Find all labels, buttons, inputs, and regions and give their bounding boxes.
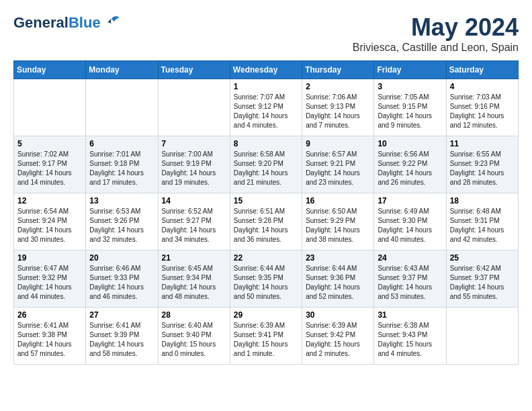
day-info: Sunrise: 6:46 AM Sunset: 9:33 PM Dayligh… [89, 264, 154, 302]
calendar-cell: 8Sunrise: 6:58 AM Sunset: 9:20 PM Daylig… [230, 136, 302, 193]
calendar-week-1: 1Sunrise: 7:07 AM Sunset: 9:12 PM Daylig… [14, 79, 519, 136]
calendar-cell: 29Sunrise: 6:39 AM Sunset: 9:41 PM Dayli… [230, 308, 302, 365]
calendar-cell: 19Sunrise: 6:47 AM Sunset: 9:32 PM Dayli… [14, 250, 86, 308]
day-info: Sunrise: 6:49 AM Sunset: 9:30 PM Dayligh… [378, 207, 442, 244]
day-info: Sunrise: 7:00 AM Sunset: 9:19 PM Dayligh… [162, 150, 226, 187]
day-info: Sunrise: 7:06 AM Sunset: 9:13 PM Dayligh… [306, 93, 370, 130]
day-number: 27 [89, 310, 154, 320]
calendar-cell: 1Sunrise: 7:07 AM Sunset: 9:12 PM Daylig… [230, 79, 302, 136]
subtitle: Briviesca, Castille and Leon, Spain [353, 42, 519, 54]
calendar-week-5: 26Sunrise: 6:41 AM Sunset: 9:38 PM Dayli… [14, 308, 519, 365]
day-number: 28 [162, 310, 226, 320]
calendar-cell: 13Sunrise: 6:53 AM Sunset: 9:26 PM Dayli… [86, 193, 158, 250]
day-info: Sunrise: 6:44 AM Sunset: 9:36 PM Dayligh… [306, 264, 370, 302]
logo-general: General [13, 14, 69, 31]
day-header-saturday: Saturday [446, 61, 518, 79]
calendar-cell: 24Sunrise: 6:43 AM Sunset: 9:37 PM Dayli… [374, 250, 446, 308]
page-header: GeneralBlue May 2024 Briviesca, Castille… [13, 13, 519, 54]
day-info: Sunrise: 7:01 AM Sunset: 9:18 PM Dayligh… [89, 150, 154, 187]
day-number: 20 [89, 253, 154, 263]
day-info: Sunrise: 6:43 AM Sunset: 9:37 PM Dayligh… [378, 264, 442, 302]
day-info: Sunrise: 6:57 AM Sunset: 9:21 PM Dayligh… [306, 150, 370, 187]
day-info: Sunrise: 6:42 AM Sunset: 9:37 PM Dayligh… [450, 264, 515, 302]
calendar-cell: 15Sunrise: 6:51 AM Sunset: 9:28 PM Dayli… [230, 193, 302, 250]
day-info: Sunrise: 6:52 AM Sunset: 9:27 PM Dayligh… [162, 207, 226, 244]
day-number: 24 [378, 253, 442, 263]
day-info: Sunrise: 6:58 AM Sunset: 9:20 PM Dayligh… [234, 150, 298, 187]
calendar-cell: 31Sunrise: 6:38 AM Sunset: 9:43 PM Dayli… [374, 308, 446, 365]
day-number: 8 [234, 139, 298, 148]
main-title: May 2024 [353, 13, 519, 42]
calendar-cell: 27Sunrise: 6:41 AM Sunset: 9:39 PM Dayli… [86, 308, 158, 365]
day-info: Sunrise: 6:40 AM Sunset: 9:40 PM Dayligh… [162, 321, 226, 359]
title-block: May 2024 Briviesca, Castille and Leon, S… [353, 13, 519, 54]
calendar-cell: 10Sunrise: 6:56 AM Sunset: 9:22 PM Dayli… [374, 136, 446, 193]
calendar-cell: 9Sunrise: 6:57 AM Sunset: 9:21 PM Daylig… [302, 136, 374, 193]
day-info: Sunrise: 6:54 AM Sunset: 9:24 PM Dayligh… [17, 207, 82, 244]
day-number: 12 [17, 196, 82, 205]
day-number: 15 [234, 196, 298, 205]
calendar-cell [158, 79, 230, 136]
calendar-cell: 5Sunrise: 7:02 AM Sunset: 9:17 PM Daylig… [14, 136, 86, 193]
day-info: Sunrise: 6:38 AM Sunset: 9:43 PM Dayligh… [378, 321, 442, 359]
calendar-cell: 7Sunrise: 7:00 AM Sunset: 9:19 PM Daylig… [158, 136, 230, 193]
day-number: 3 [378, 82, 442, 91]
day-header-monday: Monday [86, 61, 158, 79]
day-number: 29 [234, 310, 298, 320]
day-info: Sunrise: 6:45 AM Sunset: 9:34 PM Dayligh… [162, 264, 226, 302]
calendar-week-2: 5Sunrise: 7:02 AM Sunset: 9:17 PM Daylig… [14, 136, 519, 193]
calendar-week-3: 12Sunrise: 6:54 AM Sunset: 9:24 PM Dayli… [14, 193, 519, 250]
calendar-cell: 14Sunrise: 6:52 AM Sunset: 9:27 PM Dayli… [158, 193, 230, 250]
day-header-tuesday: Tuesday [158, 61, 230, 79]
day-number: 19 [17, 253, 82, 263]
day-number: 21 [162, 253, 226, 263]
day-info: Sunrise: 6:47 AM Sunset: 9:32 PM Dayligh… [17, 264, 82, 302]
day-info: Sunrise: 6:44 AM Sunset: 9:35 PM Dayligh… [234, 264, 298, 302]
calendar-cell: 26Sunrise: 6:41 AM Sunset: 9:38 PM Dayli… [14, 308, 86, 365]
calendar-cell: 3Sunrise: 7:05 AM Sunset: 9:15 PM Daylig… [374, 79, 446, 136]
day-number: 14 [162, 196, 226, 205]
day-number: 2 [306, 82, 370, 91]
logo-blue: Blue [69, 14, 101, 31]
calendar-cell [446, 308, 518, 365]
calendar-cell: 23Sunrise: 6:44 AM Sunset: 9:36 PM Dayli… [302, 250, 374, 308]
calendar-cell: 30Sunrise: 6:39 AM Sunset: 9:42 PM Dayli… [302, 308, 374, 365]
day-info: Sunrise: 7:07 AM Sunset: 9:12 PM Dayligh… [234, 93, 298, 130]
day-number: 25 [450, 253, 515, 263]
calendar-cell [14, 79, 86, 136]
calendar-cell: 22Sunrise: 6:44 AM Sunset: 9:35 PM Dayli… [230, 250, 302, 308]
day-number: 7 [162, 139, 226, 148]
calendar-cell: 2Sunrise: 7:06 AM Sunset: 9:13 PM Daylig… [302, 79, 374, 136]
calendar-week-4: 19Sunrise: 6:47 AM Sunset: 9:32 PM Dayli… [14, 250, 519, 308]
day-number: 4 [450, 82, 515, 91]
day-info: Sunrise: 6:53 AM Sunset: 9:26 PM Dayligh… [89, 207, 154, 244]
calendar-cell: 18Sunrise: 6:48 AM Sunset: 9:31 PM Dayli… [446, 193, 518, 250]
day-number: 26 [17, 310, 82, 320]
calendar-cell: 6Sunrise: 7:01 AM Sunset: 9:18 PM Daylig… [86, 136, 158, 193]
day-number: 13 [89, 196, 154, 205]
calendar-cell [86, 79, 158, 136]
calendar-cell: 16Sunrise: 6:50 AM Sunset: 9:29 PM Dayli… [302, 193, 374, 250]
calendar-cell: 4Sunrise: 7:03 AM Sunset: 9:16 PM Daylig… [446, 79, 518, 136]
day-info: Sunrise: 6:39 AM Sunset: 9:41 PM Dayligh… [234, 321, 298, 359]
calendar-cell: 25Sunrise: 6:42 AM Sunset: 9:37 PM Dayli… [446, 250, 518, 308]
day-header-thursday: Thursday [302, 61, 374, 79]
day-header-friday: Friday [374, 61, 446, 79]
day-number: 5 [17, 139, 82, 148]
day-number: 10 [378, 139, 442, 148]
day-number: 16 [306, 196, 370, 205]
calendar-cell: 21Sunrise: 6:45 AM Sunset: 9:34 PM Dayli… [158, 250, 230, 308]
calendar-cell: 28Sunrise: 6:40 AM Sunset: 9:40 PM Dayli… [158, 308, 230, 365]
day-info: Sunrise: 6:50 AM Sunset: 9:29 PM Dayligh… [306, 207, 370, 244]
calendar-cell: 20Sunrise: 6:46 AM Sunset: 9:33 PM Dayli… [86, 250, 158, 308]
day-number: 1 [234, 82, 298, 91]
day-number: 6 [89, 139, 154, 148]
day-info: Sunrise: 7:05 AM Sunset: 9:15 PM Dayligh… [378, 93, 442, 130]
day-info: Sunrise: 7:02 AM Sunset: 9:17 PM Dayligh… [17, 150, 82, 187]
day-info: Sunrise: 6:41 AM Sunset: 9:39 PM Dayligh… [89, 321, 154, 359]
day-number: 18 [450, 196, 515, 205]
day-header-wednesday: Wednesday [230, 61, 302, 79]
calendar-header: SundayMondayTuesdayWednesdayThursdayFrid… [14, 61, 519, 79]
day-number: 11 [450, 139, 515, 148]
calendar-cell: 12Sunrise: 6:54 AM Sunset: 9:24 PM Dayli… [14, 193, 86, 250]
